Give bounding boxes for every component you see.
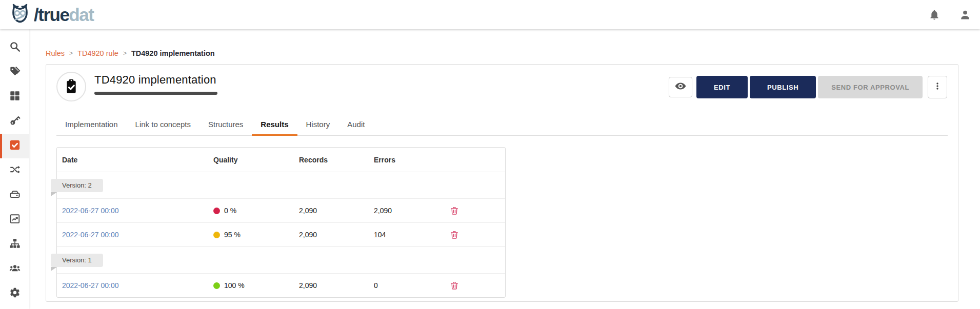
version-group-header: Version: 1 [57, 246, 505, 273]
quality-status-dot [213, 208, 220, 214]
eye-icon [674, 80, 687, 94]
title-underline-bar [94, 92, 217, 95]
column-header-quality: Quality [208, 156, 294, 164]
tab-results[interactable]: Results [252, 120, 297, 135]
brand-wordmark: /truedat [34, 6, 93, 24]
column-header-errors: Errors [369, 156, 439, 164]
grid-icon [9, 90, 21, 104]
shuffle-icon [9, 164, 21, 177]
records-value: 2,090 [294, 231, 369, 239]
quality-value: 95 % [224, 231, 241, 239]
breadcrumb-current: TD4920 implementation [131, 49, 215, 57]
delete-result-button[interactable] [450, 281, 459, 290]
tags-icon [9, 66, 21, 79]
tab-history[interactable]: History [297, 120, 339, 135]
brand-logo[interactable]: /truedat [9, 3, 93, 27]
table-row: 2022-06-27 00:00 95 % 2,090 104 [57, 222, 505, 246]
delete-result-button[interactable] [450, 230, 459, 239]
topbar: /truedat [0, 0, 980, 29]
tab-implementation[interactable]: Implementation [56, 120, 127, 135]
quality-value: 100 % [224, 281, 245, 290]
result-date-link[interactable]: 2022-06-27 00:00 [62, 207, 119, 215]
breadcrumb-separator: > [123, 50, 127, 57]
table-row: 2022-06-27 00:00 100 % 2,090 0 [57, 273, 505, 297]
column-header-date: Date [57, 156, 208, 164]
implementation-card: TD4920 implementation EDIT PUBLISH SEND … [46, 64, 958, 302]
errors-value: 0 [369, 281, 439, 290]
records-value: 2,090 [294, 281, 369, 290]
version-badge: Version: 1 [51, 254, 103, 267]
results-table: Date Quality Records Errors Version: 2 2… [56, 147, 506, 298]
key-icon [9, 115, 21, 128]
edit-button[interactable]: EDIT [696, 76, 748, 98]
result-date-link[interactable]: 2022-06-27 00:00 [62, 281, 119, 290]
quality-status-dot [213, 282, 220, 289]
sidebar-item-systems[interactable] [0, 183, 29, 208]
version-badge: Version: 2 [51, 179, 103, 192]
column-header-records: Records [294, 156, 369, 164]
version-group-header: Version: 2 [57, 172, 505, 198]
tab-bar: Implementation Link to concepts Structur… [56, 120, 948, 136]
tab-link-to-concepts[interactable]: Link to concepts [127, 120, 199, 135]
check-square-icon [9, 139, 21, 153]
breadcrumb-link-rules[interactable]: Rules [46, 49, 65, 57]
sidebar-item-search[interactable] [0, 35, 29, 60]
sidebar-item-permissions[interactable] [0, 109, 29, 134]
sidebar-item-lineage[interactable] [0, 158, 29, 183]
publish-button[interactable]: PUBLISH [750, 76, 816, 98]
owl-icon [9, 3, 31, 27]
records-value: 2,090 [294, 207, 369, 215]
user-icon[interactable] [959, 9, 971, 20]
send-for-approval-button[interactable]: SEND FOR APPROVAL [818, 76, 923, 98]
sidebar-item-users[interactable] [0, 257, 29, 281]
clipboard-check-icon [56, 72, 86, 101]
breadcrumb-link-rule[interactable]: TD4920 rule [77, 49, 118, 57]
sidebar-item-taxonomy[interactable] [0, 232, 29, 257]
quality-status-dot [213, 232, 220, 238]
errors-value: 2,090 [369, 207, 439, 215]
users-icon [9, 262, 21, 276]
preview-button[interactable] [669, 77, 692, 97]
hard-drive-icon [9, 189, 21, 202]
header-actions: EDIT PUBLISH SEND FOR APPROVAL [669, 76, 947, 98]
search-icon [9, 41, 21, 54]
version-badge-fold [51, 192, 57, 196]
chart-icon [9, 213, 21, 226]
page-title: TD4920 implementation [94, 73, 217, 87]
sidebar-item-tags[interactable] [0, 60, 29, 85]
delete-result-button[interactable] [450, 206, 459, 215]
kebab-menu-icon [933, 82, 942, 92]
sidebar [0, 29, 29, 309]
sitemap-icon [9, 238, 21, 251]
quality-value: 0 % [224, 207, 236, 215]
table-header-row: Date Quality Records Errors [57, 148, 505, 172]
gear-icon [9, 287, 21, 300]
version-badge-fold [51, 267, 57, 271]
sidebar-item-modules[interactable] [0, 85, 29, 109]
bell-icon[interactable] [929, 9, 940, 20]
tab-audit[interactable]: Audit [338, 120, 373, 135]
sidebar-item-settings[interactable] [0, 281, 29, 306]
sidebar-item-quality[interactable] [0, 134, 29, 158]
table-row: 2022-06-27 00:00 0 % 2,090 2,090 [57, 198, 505, 222]
breadcrumb: Rules > TD4920 rule > TD4920 implementat… [46, 49, 980, 57]
tab-structures[interactable]: Structures [199, 120, 252, 135]
more-options-button[interactable] [928, 76, 947, 98]
main-content: Rules > TD4920 rule > TD4920 implementat… [29, 29, 980, 309]
result-date-link[interactable]: 2022-06-27 00:00 [62, 231, 119, 239]
errors-value: 104 [369, 231, 439, 239]
sidebar-item-dashboards[interactable] [0, 208, 29, 232]
breadcrumb-separator: > [69, 50, 73, 57]
